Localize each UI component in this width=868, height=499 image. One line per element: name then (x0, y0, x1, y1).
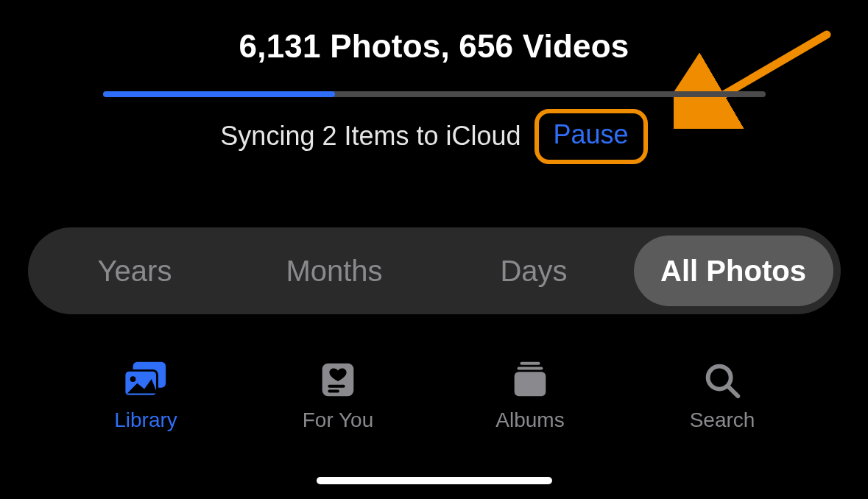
library-icon (123, 360, 169, 400)
svg-point-4 (130, 376, 136, 382)
svg-rect-10 (515, 372, 546, 396)
svg-rect-6 (328, 385, 345, 388)
segment-days[interactable]: Days (434, 236, 634, 306)
segment-years[interactable]: Years (35, 236, 235, 306)
library-summary-title: 6,131 Photos, 656 Videos (239, 28, 629, 64)
tab-library[interactable]: Library (50, 360, 242, 432)
segment-all-photos[interactable]: All Photos (634, 236, 833, 306)
svg-rect-7 (328, 389, 339, 392)
sync-status-row: Syncing 2 Items to iCloud Pause (103, 109, 766, 164)
home-indicator[interactable] (317, 477, 552, 484)
tab-for-you-label: For You (303, 408, 374, 432)
svg-rect-8 (520, 362, 540, 365)
sync-status-text: Syncing 2 Items to iCloud (220, 121, 521, 152)
tab-albums-label: Albums (495, 408, 564, 432)
sync-progress-bar (103, 91, 766, 97)
tab-bar: Library For You Albums (28, 360, 841, 432)
tab-search-label: Search (690, 408, 755, 432)
svg-rect-9 (518, 367, 543, 369)
annotation-highlight-pause: Pause (534, 109, 648, 164)
svg-line-12 (728, 386, 738, 397)
tab-for-you[interactable]: For You (242, 360, 434, 432)
tab-search[interactable]: Search (627, 360, 819, 432)
tab-library-label: Library (114, 408, 177, 432)
sync-progress-fill (103, 91, 335, 97)
library-summary: 6,131 Photos, 656 Videos (0, 0, 868, 65)
view-segmented-control: Years Months Days All Photos (28, 227, 841, 314)
pause-button[interactable]: Pause (545, 116, 638, 155)
search-icon (699, 360, 745, 400)
albums-icon (507, 360, 553, 400)
tab-albums[interactable]: Albums (434, 360, 627, 432)
segment-months[interactable]: Months (235, 236, 434, 306)
for-you-icon (315, 360, 361, 400)
